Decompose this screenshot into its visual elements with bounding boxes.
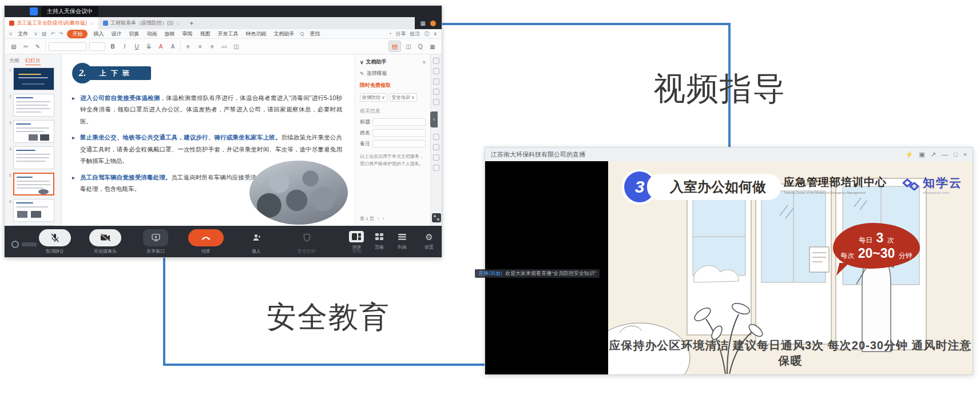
new-tools-icon[interactable]: ◫ — [404, 42, 413, 51]
custom-area-icon[interactable]: ▦ — [428, 42, 437, 51]
fullscreen-icon[interactable]: ↗ — [931, 151, 936, 158]
strikethrough-button[interactable]: S — [144, 42, 153, 51]
minimize-icon[interactable]: — — [942, 151, 948, 158]
template-label[interactable]: 选择模板 — [367, 70, 387, 77]
side-tool-icon[interactable] — [433, 58, 439, 64]
chevron-down-icon[interactable]: ∨ — [360, 59, 364, 65]
ribbon-tab-devtools[interactable]: 开发工具 — [216, 30, 240, 38]
bold-button[interactable]: B — [108, 42, 117, 51]
side-tool-icon[interactable] — [433, 134, 439, 140]
share-window-button[interactable]: 共享窗口 — [137, 229, 174, 254]
highlight-color-button[interactable]: A — [168, 42, 177, 51]
doc-tab-1[interactable]: 员工返工安全防疫培训(最终版) ☆ — [5, 17, 98, 29]
ribbon-tab-features[interactable]: 特色功能 — [244, 30, 268, 38]
menu-search-label[interactable]: 查找 — [308, 30, 322, 38]
grid-view-button[interactable]: 宫格 — [372, 231, 387, 250]
list-view-button[interactable]: 列表 — [395, 231, 410, 250]
close-icon[interactable]: × — [423, 59, 426, 65]
material-library-button[interactable]: ▤ — [388, 41, 401, 52]
ribbon-tab-view[interactable]: 视图 — [198, 30, 212, 38]
unmute-button[interactable]: 取消静音 — [37, 229, 73, 254]
align-left-icon[interactable]: ≡ — [184, 42, 193, 51]
redo-icon[interactable]: ↷ — [59, 31, 64, 37]
paste-icon[interactable]: ▧ — [9, 42, 18, 51]
next-page-icon[interactable]: › — [383, 216, 384, 221]
side-tool-icon[interactable] — [433, 165, 439, 171]
field-title-input[interactable] — [372, 118, 426, 126]
speaker-view-button[interactable]: 演讲 — [349, 231, 364, 250]
start-camera-button[interactable]: 开启摄像头 — [87, 229, 124, 254]
ribbon-tab-animation[interactable]: 动画 — [145, 30, 158, 38]
undo-icon[interactable]: ↶ — [50, 31, 55, 37]
side-tool-icon[interactable] — [433, 78, 439, 85]
collapse-ribbon-icon[interactable]: ∧ — [433, 31, 437, 37]
search-icon[interactable]: Q — [300, 31, 304, 37]
main-menu-icon[interactable]: ≡ — [9, 31, 12, 37]
font-color-button[interactable]: A — [156, 42, 165, 51]
fullscreen-expand-icon[interactable] — [432, 213, 441, 222]
new-tab-button[interactable]: + — [185, 19, 198, 27]
field-name-input[interactable] — [372, 129, 426, 137]
meeting-brand-logo — [11, 241, 37, 248]
side-tool-icon[interactable] — [433, 144, 439, 150]
video-content[interactable]: 3 入室办公如何做 应急管理部培训中心 Training Center of t… — [608, 161, 973, 374]
slide-thumb-5-selected[interactable] — [13, 173, 54, 195]
side-tool-icon[interactable] — [433, 89, 439, 95]
prev-page-icon[interactable]: ‹ — [378, 216, 379, 221]
slide-thumb-3[interactable] — [13, 120, 54, 143]
ribbon-tab-design[interactable]: 设计 — [109, 30, 123, 38]
cut-icon[interactable]: ✂ — [21, 42, 30, 51]
side-tool-icon[interactable] — [433, 154, 439, 161]
italic-button[interactable]: I — [120, 42, 129, 51]
star-icon[interactable]: ☆ — [89, 21, 94, 26]
menu-file[interactable]: 文件 — [16, 30, 30, 38]
pen-icon: ✎ — [360, 71, 364, 77]
promo-link[interactable]: 限时免费领取 — [360, 82, 426, 89]
tab-slides[interactable]: 幻灯片 — [25, 57, 41, 65]
security-button[interactable]: 安全防护 — [288, 229, 325, 254]
ribbon-tab-review[interactable]: 审阅 — [180, 30, 194, 38]
doc-tab-2[interactable]: 工程联系单（疫情防控）(2) ☆ — [98, 17, 185, 29]
help-icon[interactable]: Q — [416, 42, 425, 51]
close-icon[interactable]: × — [963, 151, 967, 158]
save-icon[interactable]: ▧ — [42, 31, 47, 37]
video-window-titlebar[interactable]: 江苏南大环保科技有限公司的直播 ⚡ ▣ ↗ — □ × — [485, 147, 973, 161]
slide-thumb-1[interactable] — [13, 67, 54, 90]
align-center-icon[interactable]: ≡ — [196, 42, 205, 51]
tab-outline[interactable]: 大纲 — [9, 57, 19, 65]
bullet-list-icon[interactable]: ▭ — [220, 42, 229, 51]
slide-thumb-4[interactable] — [13, 146, 54, 169]
select-template-style[interactable]: 安全培训∨ — [390, 93, 417, 102]
end-meeting-button[interactable]: 结束 — [188, 229, 224, 254]
comment-button[interactable]: 批注 — [410, 30, 420, 38]
underline-button[interactable]: U — [132, 42, 141, 51]
maximize-icon[interactable]: □ — [954, 151, 958, 158]
align-right-icon[interactable]: ≡ — [208, 42, 217, 51]
side-tool-icon[interactable] — [433, 99, 439, 105]
collapse-pane-handle[interactable]: ‹ — [430, 111, 438, 127]
field-remark-input[interactable] — [372, 140, 426, 147]
font-name-select[interactable] — [49, 42, 86, 51]
font-size-select[interactable] — [89, 42, 105, 51]
settings-button[interactable]: ⚙ 设置 — [424, 232, 434, 250]
star-icon[interactable]: ☆ — [176, 21, 180, 26]
ribbon-tab-insert[interactable]: 插入 — [92, 30, 105, 38]
side-tool-icon[interactable] — [433, 68, 439, 74]
info-icon[interactable]: ⓘ — [424, 30, 429, 38]
ribbon-tab-start[interactable]: 开始 — [67, 30, 88, 38]
slide-thumb-6[interactable] — [13, 199, 54, 222]
share-button[interactable]: 分享 — [395, 30, 406, 38]
flash-icon[interactable]: ⚡ — [906, 151, 914, 158]
slide-thumb-2[interactable] — [13, 94, 54, 117]
format-painter-icon[interactable]: ✎ — [33, 42, 42, 51]
ribbon-tab-slideshow[interactable]: 放映 — [162, 30, 176, 38]
ribbon-tab-assistant[interactable]: 文档助手 — [272, 30, 296, 38]
invite-button[interactable]: 邀人 — [238, 229, 275, 254]
ribbon-tab-transition[interactable]: 切换 — [127, 30, 141, 38]
apps-grid-icon[interactable]: ▦ — [420, 20, 426, 26]
select-template-type[interactable]: 疫情防控∨ — [360, 93, 387, 102]
slide-layout-icon[interactable]: ◫ — [232, 42, 241, 51]
user-avatar[interactable] — [430, 21, 436, 26]
notification-icon[interactable]: ◔ — [388, 31, 391, 37]
popout-icon[interactable]: ▣ — [919, 151, 925, 158]
